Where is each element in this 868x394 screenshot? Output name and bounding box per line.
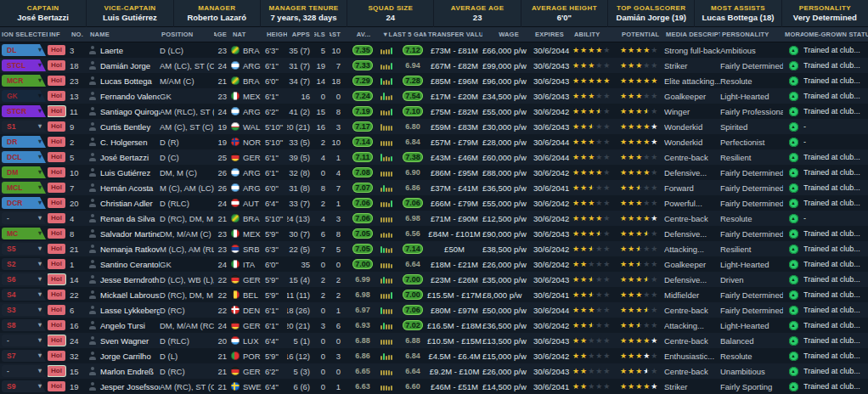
position-selected-badge[interactable]: S5 ▾ xyxy=(2,243,46,255)
player-name[interactable]: Hernán Acosta xyxy=(100,183,153,193)
holiday-tag[interactable]: Hol xyxy=(48,274,65,284)
holiday-tag[interactable]: Hol xyxy=(48,244,65,254)
col-position-selected[interactable]: ION SELECTED xyxy=(0,27,48,42)
player-row[interactable]: GK ▾ Hol 13 Fernando Valencia GK 23 MEX … xyxy=(0,88,868,104)
holiday-tag[interactable]: Hol xyxy=(48,198,65,208)
col-number[interactable]: NO. xyxy=(70,27,88,42)
col-age[interactable]: AGE xyxy=(214,27,231,42)
player-name[interactable]: Lucas Bottega xyxy=(100,76,152,86)
player-row[interactable]: MC ▾ Hol 8 Salvador Martinez DM, M/AM (C… xyxy=(0,226,868,241)
holiday-tag[interactable]: Hol xyxy=(48,320,65,330)
player-name[interactable]: Curtis Bentley xyxy=(100,122,150,132)
holiday-tag[interactable]: Hol xyxy=(48,106,65,116)
col-morale[interactable]: MORALE xyxy=(783,27,803,42)
player-row[interactable]: S1 ▾ Hol 9 Curtis Bentley AM (C), ST (C)… xyxy=(0,119,868,134)
player-name[interactable]: Jorge Carrilho xyxy=(100,352,151,361)
player-name[interactable]: Salvador Martinez xyxy=(100,229,160,239)
holiday-tag[interactable]: Hol xyxy=(48,290,65,300)
holiday-tag[interactable]: Hol xyxy=(48,60,65,70)
player-row[interactable]: S6 ▾ Hol 14 Jesse Berndroth D (LC), WB (… xyxy=(0,272,868,287)
holiday-tag[interactable]: Hol xyxy=(48,213,65,223)
player-row[interactable]: S7 ▾ Hol 32 Jorge Carrilho D (L) 21 POR … xyxy=(0,348,868,363)
position-selected-badge[interactable]: DR ▾ xyxy=(2,136,46,148)
player-name[interactable]: Laerte xyxy=(100,46,123,55)
player-row[interactable]: S9 ▾ Hol 19 Jesper Josefsson AM (RC), ST… xyxy=(0,379,868,394)
position-selected-badge[interactable]: DM ▾ xyxy=(2,166,46,178)
position-selected-badge[interactable]: GK ▾ xyxy=(2,90,46,102)
position-selected-badge[interactable]: MC ▾ xyxy=(2,228,46,239)
player-row[interactable]: - ▾ Hol 15 Marlon Endreß D (RC) 21 GER 6… xyxy=(0,363,868,379)
player-name[interactable]: Fernando Valencia xyxy=(100,92,160,101)
col-position[interactable]: POSITION xyxy=(160,27,214,42)
position-selected-badge[interactable]: - ▾ xyxy=(2,365,46,377)
position-selected-badge[interactable]: S3 ▾ xyxy=(2,304,46,316)
player-name[interactable]: Santino Cerantola xyxy=(100,260,160,269)
holiday-tag[interactable]: Hol xyxy=(48,305,65,315)
position-selected-badge[interactable]: S7 ▾ xyxy=(2,350,46,362)
holiday-tag[interactable]: Hol xyxy=(48,167,65,177)
player-row[interactable]: S8 ▾ Hol 16 Angelo Tursi DM, M/AM (RC) 2… xyxy=(0,318,868,333)
player-name[interactable]: Damián Jorge xyxy=(100,61,150,70)
col-transfer-value[interactable]: TRANSFER VALUE xyxy=(426,27,482,42)
position-selected-badge[interactable]: - ▾ xyxy=(2,335,46,346)
player-name[interactable]: Jesse Berndroth xyxy=(100,275,159,284)
player-row[interactable]: S2 ▾ Hol 1 Santino Cerantola GK 24 ITA 6… xyxy=(0,256,868,272)
position-selected-badge[interactable]: S8 ▾ xyxy=(2,319,46,331)
col-ast[interactable]: AST xyxy=(330,27,345,42)
holiday-tag[interactable]: Hol xyxy=(48,76,65,86)
holiday-tag[interactable]: Hol xyxy=(48,183,65,193)
holiday-tag[interactable]: Hol xyxy=(48,351,65,361)
holiday-tag[interactable]: Hol xyxy=(48,335,65,346)
position-selected-badge[interactable]: STCR ▾ xyxy=(2,105,46,117)
player-name[interactable]: C. Holgersen xyxy=(100,138,147,147)
col-personality[interactable]: PERSONALITY xyxy=(720,27,783,42)
holiday-tag[interactable]: Hol xyxy=(48,381,65,391)
col-height[interactable]: HEIGHT xyxy=(265,27,287,42)
holiday-tag[interactable]: Hol xyxy=(48,259,65,269)
col-last5-sorted[interactable]: ▼LAST 5 GAMES xyxy=(380,27,426,42)
position-selected-badge[interactable]: S2 ▾ xyxy=(2,258,46,270)
col-average-rating[interactable]: AV... xyxy=(345,27,380,42)
col-name[interactable]: NAME xyxy=(88,27,160,42)
col-nat[interactable]: NAT xyxy=(231,27,265,42)
col-gls[interactable]: GLS xyxy=(314,27,330,42)
player-name[interactable]: Santiago Quiroga xyxy=(100,107,160,116)
player-row[interactable]: STCL ▾ Hol 18 Damián Jorge AM (LC), ST (… xyxy=(0,58,868,73)
holiday-tag[interactable]: Hol xyxy=(48,137,65,147)
position-selected-badge[interactable]: - ▾ xyxy=(2,212,46,224)
col-home-grown-status[interactable]: HOME-GROWN STATUS xyxy=(803,27,868,42)
position-selected-badge[interactable]: DCL ▾ xyxy=(2,151,46,163)
player-name[interactable]: Jesper Josefsson xyxy=(100,382,160,391)
player-name[interactable]: Angelo Tursi xyxy=(100,321,145,330)
col-media-description[interactable]: MEDIA DESCRIPTION xyxy=(664,27,720,42)
player-name[interactable]: José Bertazzi xyxy=(100,153,149,162)
player-name[interactable]: Marlon Endreß xyxy=(100,367,154,376)
position-selected-badge[interactable]: S9 ▾ xyxy=(2,380,46,392)
col-expires[interactable]: EXPIRES xyxy=(533,27,572,42)
position-selected-badge[interactable]: S6 ▾ xyxy=(2,273,46,285)
player-name[interactable]: Luis Gutiérrez xyxy=(100,168,150,177)
col-potential[interactable]: POTENTIAL xyxy=(620,27,664,42)
player-row[interactable]: DR ▾ Hol 2 C. Holgersen D (R) 19 NOR 5'1… xyxy=(0,134,868,149)
holiday-tag[interactable]: Hol xyxy=(48,121,65,132)
player-name[interactable]: Nemanja Ratković xyxy=(100,245,160,254)
player-row[interactable]: DCL ▾ Hol 5 José Bertazzi D (C) 25 GER 6… xyxy=(0,149,868,165)
player-row[interactable]: DM ▾ Hol 10 Luis Gutiérrez DM, M (C) 26 … xyxy=(0,165,868,180)
position-selected-badge[interactable]: STCL ▾ xyxy=(2,59,46,71)
player-name[interactable]: Renan da Silva xyxy=(100,214,155,223)
position-selected-badge[interactable]: MCL ▾ xyxy=(2,182,46,194)
player-row[interactable]: - ▾ Hol 24 Sven Wagner D (RLC) 20 LUX 6'… xyxy=(0,333,868,348)
player-row[interactable]: S3 ▾ Hol 6 Lasse Lykkeberg D (RC) 22 DEN… xyxy=(0,302,868,318)
position-selected-badge[interactable]: MCR ▾ xyxy=(2,75,46,87)
player-row[interactable]: S5 ▾ Hol 21 Nemanja Ratković M (LC), AM … xyxy=(0,241,868,256)
holiday-tag[interactable]: Hol xyxy=(48,91,65,101)
col-wage[interactable]: WAGE xyxy=(482,27,533,42)
player-name[interactable]: Christian Adler xyxy=(100,199,153,208)
player-name[interactable]: Mickaël Labrousse xyxy=(100,290,160,300)
player-row[interactable]: STCR ▾ Hol 11 Santiago Quiroga AM (RLC),… xyxy=(0,104,868,119)
player-row[interactable]: - ▾ Hol 4 Renan da Silva D (RC), DM, M (… xyxy=(0,211,868,226)
player-row[interactable]: S4 ▾ Hol 22 Mickaël Labrousse D (RC), DM… xyxy=(0,287,868,302)
player-name[interactable]: Sven Wagner xyxy=(100,336,149,346)
holiday-tag[interactable]: Hol xyxy=(48,152,65,162)
player-row[interactable]: MCR ▾ Hol 23 Lucas Bottega M/AM (C) 21 B… xyxy=(0,73,868,88)
